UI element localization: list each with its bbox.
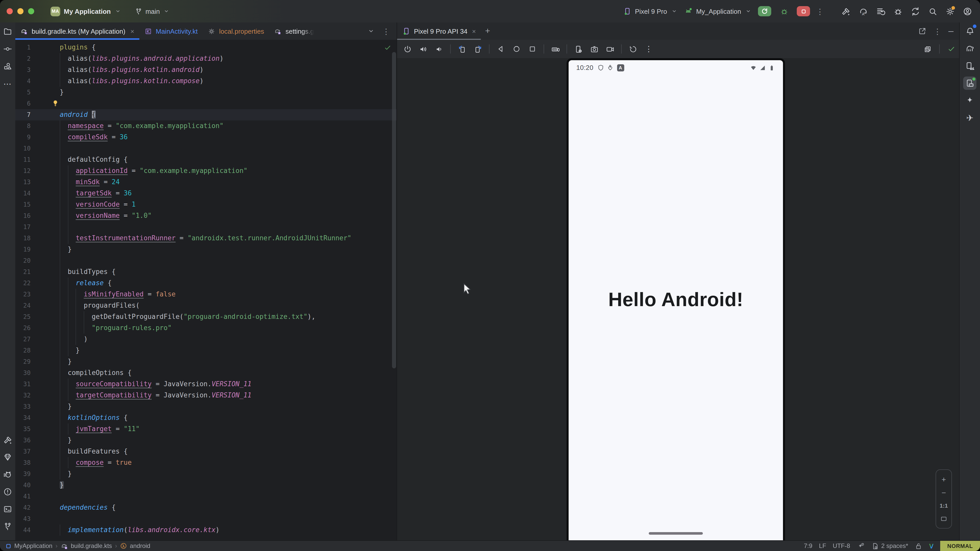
line-number[interactable]: 37 (15, 446, 34, 457)
line-number[interactable]: 33 (15, 401, 34, 412)
intention-bulb-icon[interactable] (52, 100, 59, 107)
code-line[interactable]: 19 } (15, 244, 396, 255)
volume-up-icon[interactable] (417, 43, 429, 55)
code-line[interactable]: 2 alias(libs.plugins.android.application… (15, 53, 396, 64)
code-line[interactable]: 3 alias(libs.plugins.kotlin.android) (15, 64, 396, 76)
line-number[interactable]: 22 (15, 278, 34, 289)
line-number[interactable]: 39 (15, 468, 34, 480)
volume-down-icon[interactable] (433, 43, 445, 55)
unlock-icon[interactable] (915, 542, 923, 550)
code-line[interactable]: 16 versionName = "1.0" (15, 210, 396, 221)
code-line[interactable]: 39 } (15, 468, 396, 480)
line-number[interactable]: 43 (15, 513, 34, 524)
line-number[interactable]: 9 (15, 132, 34, 143)
code-line[interactable]: 32 targetCompatibility = JavaVersion.VER… (15, 390, 396, 401)
sidebar-gradle-elephant-icon[interactable] (963, 42, 977, 55)
sidebar-gem-icon[interactable] (2, 451, 14, 463)
line-number[interactable]: 21 (15, 266, 34, 278)
code-line[interactable]: 29 } (15, 356, 396, 367)
code-line[interactable]: 31 sourceCompatibility = JavaVersion.VER… (15, 379, 396, 390)
code-line[interactable]: 23 isMinifyEnabled = false (15, 289, 396, 300)
code-line[interactable]: 28 } (15, 345, 396, 356)
code-line[interactable]: 13 minSdk = 24 (15, 176, 396, 188)
code-line[interactable]: 25 getDefaultProguardFile("proguard-andr… (15, 311, 396, 322)
zoom-actual-size-button[interactable]: 1:1 (936, 499, 951, 512)
code-line[interactable]: 26 "proguard-rules.pro" (15, 322, 396, 333)
editor-tab[interactable]: settings.g (269, 22, 319, 40)
inspections-ok-icon[interactable] (384, 44, 391, 52)
editor-tab[interactable]: build.gradle.kts (My Application)× (15, 22, 139, 40)
code-line[interactable]: 43 (15, 513, 396, 524)
rerun-button[interactable] (758, 6, 771, 16)
code-line[interactable]: 1plugins { (15, 42, 396, 53)
profile-icon[interactable] (962, 6, 973, 17)
code-line[interactable]: 44 implementation(libs.androidx.core.ktx… (15, 524, 396, 536)
code-line[interactable]: 7android { (15, 109, 396, 121)
layout-inspector-icon[interactable] (922, 43, 933, 55)
zoom-in-button[interactable]: + (936, 473, 951, 485)
line-number[interactable]: 4 (15, 76, 34, 87)
gesture-navigation-pill[interactable] (649, 532, 703, 535)
minimize-window-button[interactable] (18, 8, 24, 14)
build-hammer-icon[interactable] (840, 6, 851, 17)
code-line[interactable]: 5} (15, 87, 396, 98)
code-line[interactable]: 30 compileOptions { (15, 367, 396, 379)
code-line[interactable]: 6 (15, 98, 396, 109)
sidebar-project-folder-icon[interactable] (2, 25, 14, 38)
zoom-out-button[interactable]: − (936, 486, 951, 499)
code-line[interactable]: 15 versionCode = 1 (15, 199, 396, 210)
line-number[interactable]: 40 (15, 480, 34, 491)
line-number[interactable]: 28 (15, 345, 34, 356)
sidebar-running-devices-icon[interactable] (963, 76, 977, 90)
close-icon[interactable]: × (472, 27, 476, 35)
line-number[interactable]: 10 (15, 143, 34, 154)
emulator-screen[interactable]: 10:20 A Hello Android! (569, 60, 783, 541)
sidebar-logcat-icon[interactable] (2, 468, 14, 481)
run-configuration-selector[interactable]: My_Application (684, 7, 752, 16)
line-number[interactable]: 8 (15, 121, 34, 132)
code-line[interactable]: 11 defaultConfig { (15, 154, 396, 165)
snapshots-icon[interactable] (627, 43, 638, 55)
line-number[interactable]: 2 (15, 53, 34, 64)
line-number[interactable]: 12 (15, 165, 34, 176)
code-line[interactable]: 18 testInstrumentationRunner = "androidx… (15, 233, 396, 244)
line-number[interactable]: 41 (15, 491, 34, 502)
sidebar-notifications-bell-icon[interactable] (963, 24, 977, 38)
code-line[interactable]: 4 alias(libs.plugins.kotlin.compose) (15, 76, 396, 87)
editor-options-icon[interactable]: ⋮ (382, 27, 390, 35)
line-number[interactable]: 32 (15, 390, 34, 401)
line-number[interactable]: 3 (15, 64, 34, 76)
more-icon[interactable]: ⋮ (643, 43, 654, 55)
sidebar-airplane-icon[interactable]: ✈ (963, 111, 977, 124)
line-number[interactable]: 15 (15, 199, 34, 210)
vcs-branch-widget[interactable]: main (135, 7, 170, 15)
line-number[interactable]: 34 (15, 412, 34, 424)
panel-options-icon[interactable]: ⋮ (934, 27, 941, 35)
add-device-tab-button[interactable]: + (481, 26, 494, 36)
breadcrumb-item[interactable]: android (120, 542, 150, 549)
line-number[interactable]: 36 (15, 435, 34, 446)
vim-mode-badge[interactable]: NORMAL (940, 541, 980, 551)
code-line[interactable]: 37 buildFeatures { (15, 446, 396, 457)
code-line[interactable]: 35 jvmTarget = "11" (15, 424, 396, 435)
home-icon[interactable] (511, 43, 522, 55)
line-number[interactable]: 29 (15, 356, 34, 367)
line-number[interactable]: 31 (15, 379, 34, 390)
line-number[interactable]: 35 (15, 424, 34, 435)
code-line[interactable]: 33 } (15, 401, 396, 412)
code-line[interactable]: 12 applicationId = "com.example.myapplic… (15, 165, 396, 176)
code-line[interactable]: 21 buildTypes { (15, 266, 396, 278)
editor-tab[interactable]: MainActivity.kt (139, 22, 203, 40)
zoom-to-fit-icon[interactable] (936, 513, 951, 525)
tab-pixel-9-pro-api-34[interactable]: Pixel 9 Pro API 34 × (397, 22, 481, 40)
apply-code-changes-icon[interactable] (875, 6, 886, 17)
line-number[interactable]: 27 (15, 333, 34, 345)
code-line[interactable]: 8 namespace = "com.example.myapplication… (15, 121, 396, 132)
sidebar-resource-manager-icon[interactable] (2, 60, 14, 73)
project-widget[interactable]: MA My Application (51, 6, 121, 16)
emulator-viewport[interactable]: 10:20 A Hello Android! + − 1:1 (397, 58, 960, 541)
breadcrumb-item[interactable]: MyApplication (5, 542, 52, 549)
line-number[interactable]: 25 (15, 311, 34, 322)
line-number[interactable]: 24 (15, 300, 34, 311)
sidebar-gemini-spark-icon[interactable] (963, 94, 977, 107)
